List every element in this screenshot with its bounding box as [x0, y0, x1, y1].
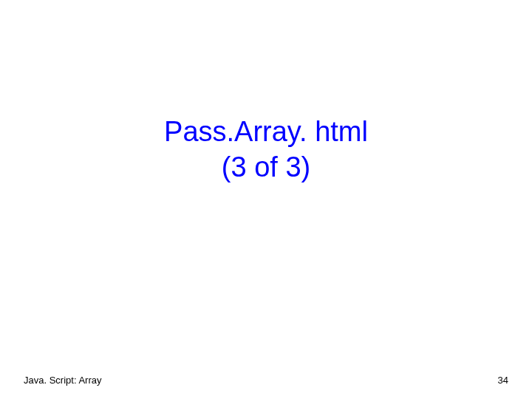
- footer-topic: Java. Script: Array: [24, 375, 101, 386]
- title-line-2: (3 of 3): [0, 150, 532, 185]
- title-line-1: Pass.Array. html: [0, 115, 532, 150]
- page-number: 34: [498, 375, 508, 386]
- slide-title: Pass.Array. html (3 of 3): [0, 115, 532, 185]
